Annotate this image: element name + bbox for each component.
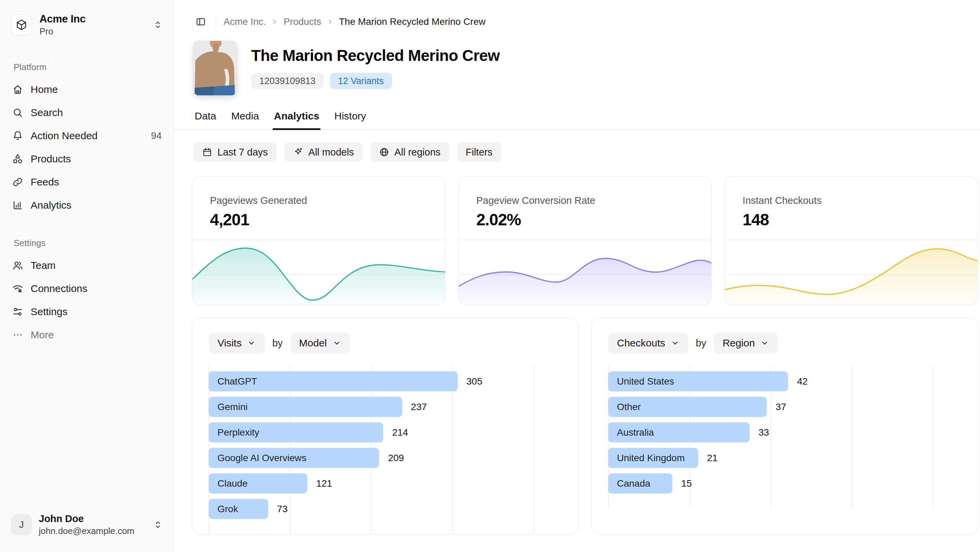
chevron-right-icon bbox=[270, 18, 279, 26]
sidebar-item-action-needed[interactable]: Action Needed94 bbox=[9, 124, 165, 147]
bar-chatgpt: ChatGPT bbox=[208, 371, 458, 391]
metric-select[interactable]: Visits bbox=[208, 332, 265, 353]
sidebar-item-search[interactable]: Search bbox=[9, 101, 165, 124]
stat-card-pageview-conversion-rate: Pageview Conversion Rate2.02% bbox=[458, 176, 712, 305]
sidebar-item-feeds[interactable]: Feeds bbox=[9, 170, 165, 194]
bar-value-label: 33 bbox=[759, 427, 769, 438]
sidebar-item-label: Analytics bbox=[30, 199, 72, 211]
divider bbox=[216, 17, 216, 27]
filter-bar: Last 7 daysAll modelsAll regionsFilters bbox=[174, 130, 980, 162]
sidebar-item-label: Products bbox=[30, 153, 71, 165]
sidebar-item-analytics[interactable]: Analytics bbox=[9, 194, 165, 217]
breakdown-charts-row: Visits by Model ChatGPT305Gemini237Perpl… bbox=[174, 305, 980, 534]
bar-row-grok: Grok73 bbox=[208, 496, 562, 522]
trend-sparkline bbox=[725, 239, 978, 305]
filter-chip-filters[interactable]: Filters bbox=[457, 142, 501, 162]
user-menu[interactable]: J John Doe john.doe@example.com bbox=[9, 511, 165, 538]
cube-icon bbox=[15, 19, 27, 31]
bar-grok: Grok bbox=[208, 499, 268, 519]
sidebar-item-team[interactable]: Team bbox=[9, 254, 165, 277]
bar-other: Other bbox=[608, 397, 767, 417]
bar-category-label: ChatGPT bbox=[218, 376, 257, 387]
metric-select[interactable]: Checkouts bbox=[608, 332, 688, 353]
avatar: J bbox=[11, 514, 32, 535]
bar-value-label: 37 bbox=[775, 402, 786, 412]
bar-row-other: Other37 bbox=[608, 394, 961, 420]
trend-sparkline bbox=[459, 239, 711, 305]
stat-value: 2.02% bbox=[459, 206, 711, 229]
tab-analytics[interactable]: Analytics bbox=[269, 105, 325, 129]
bar-row-perplexity: Perplexity214 bbox=[208, 420, 562, 445]
section-label: Settings bbox=[14, 238, 165, 248]
tab-history[interactable]: History bbox=[329, 105, 371, 129]
org-text: Acme Inc Pro bbox=[40, 13, 86, 37]
product-hero: The Marion Recycled Merino Crew 12039109… bbox=[174, 32, 980, 95]
filter-chip-last-7-days[interactable]: Last 7 days bbox=[193, 142, 277, 162]
sidebar-item-home[interactable]: Home bbox=[9, 78, 165, 101]
bar-google-ai-overviews: Google AI Overviews bbox=[208, 448, 379, 468]
bar-row-united-kingdom: United Kingdom21 bbox=[608, 445, 961, 471]
stat-label: Pageviews Generated bbox=[192, 177, 445, 206]
bar-row-canada: Canada15 bbox=[608, 471, 961, 496]
sidebar-item-label: Team bbox=[30, 260, 56, 271]
shapes-icon bbox=[12, 153, 23, 164]
by-label: by bbox=[696, 337, 706, 349]
sidebar-item-label: Settings bbox=[30, 306, 67, 318]
org-switcher[interactable]: Acme Inc Pro bbox=[9, 11, 165, 38]
tab-bar: DataMediaAnalyticsHistory bbox=[174, 95, 980, 130]
filter-chip-all-regions[interactable]: All regions bbox=[370, 142, 449, 162]
dimension-select[interactable]: Model bbox=[290, 332, 350, 353]
sidebar-toggle-button[interactable] bbox=[193, 14, 208, 29]
bar-united-kingdom: United Kingdom bbox=[608, 448, 698, 468]
bar-value-label: 214 bbox=[392, 427, 408, 438]
bar-chart-icon bbox=[12, 200, 23, 211]
stat-label: Pageview Conversion Rate bbox=[459, 177, 711, 206]
sidebar-item-products[interactable]: Products bbox=[9, 147, 165, 170]
tab-media[interactable]: Media bbox=[226, 105, 264, 129]
sliders-icon bbox=[12, 306, 23, 317]
bar-row-google-ai-overviews: Google AI Overviews209 bbox=[208, 445, 562, 471]
wifi-gear-icon bbox=[12, 283, 23, 294]
variants-badge[interactable]: 12 Variants bbox=[330, 73, 392, 89]
dimension-select-value: Region bbox=[722, 337, 755, 349]
product-photo-illustration bbox=[193, 41, 237, 95]
bar-value-label: 42 bbox=[797, 376, 808, 387]
breadcrumb-item-acme-inc[interactable]: Acme Inc. bbox=[224, 16, 266, 27]
breadcrumb-item-the-marion-recycled-merino-crew: The Marion Recycled Merino Crew bbox=[339, 16, 485, 27]
bar-category-label: Other bbox=[617, 402, 641, 412]
breadcrumb: Acme Inc.ProductsThe Marion Recycled Mer… bbox=[224, 16, 485, 27]
bar-category-label: Australia bbox=[617, 427, 654, 438]
chart-head: Visits by Model bbox=[208, 332, 562, 353]
stat-label: Instant Checkouts bbox=[725, 177, 978, 206]
calendar-icon bbox=[202, 147, 212, 157]
section-label: Platform bbox=[14, 62, 165, 73]
visits-by-model-card: Visits by Model ChatGPT305Gemini237Perpl… bbox=[192, 318, 579, 534]
sidebar-item-connections[interactable]: Connections bbox=[9, 277, 165, 300]
bar-value-label: 121 bbox=[316, 478, 332, 489]
stat-card-pageviews-generated: Pageviews Generated4,201 bbox=[192, 176, 445, 305]
bar-category-label: Canada bbox=[617, 478, 650, 489]
app-root: Acme Inc Pro PlatformHomeSearchAction Ne… bbox=[0, 0, 980, 552]
filter-chip-label: All models bbox=[308, 147, 354, 158]
bar-value-label: 15 bbox=[681, 478, 692, 489]
trend-area bbox=[725, 249, 978, 305]
filter-chip-label: Last 7 days bbox=[218, 147, 268, 158]
filter-chip-all-models[interactable]: All models bbox=[284, 142, 363, 162]
page-title: The Marion Recycled Merino Crew bbox=[251, 46, 500, 65]
bar-category-label: Gemini bbox=[218, 402, 248, 412]
org-name: Acme Inc bbox=[40, 13, 86, 25]
breadcrumb-item-products[interactable]: Products bbox=[283, 16, 321, 27]
user-name: John Doe bbox=[39, 513, 134, 525]
product-image[interactable] bbox=[193, 41, 237, 95]
bar-value-label: 21 bbox=[707, 453, 718, 463]
bar-australia: Australia bbox=[608, 422, 749, 442]
sidebar-item-settings[interactable]: Settings bbox=[9, 300, 165, 323]
tab-data[interactable]: Data bbox=[189, 105, 221, 129]
sidebar-nav: PlatformHomeSearchAction Needed94Product… bbox=[9, 38, 165, 347]
dimension-select[interactable]: Region bbox=[714, 332, 778, 353]
ellipsis-icon bbox=[12, 329, 23, 340]
globe-icon bbox=[379, 147, 389, 157]
stat-card-instant-checkouts: Instant Checkouts148 bbox=[724, 176, 978, 305]
hero-body: The Marion Recycled Merino Crew 12039109… bbox=[251, 41, 500, 89]
sidebar-item-more[interactable]: More bbox=[9, 323, 165, 347]
